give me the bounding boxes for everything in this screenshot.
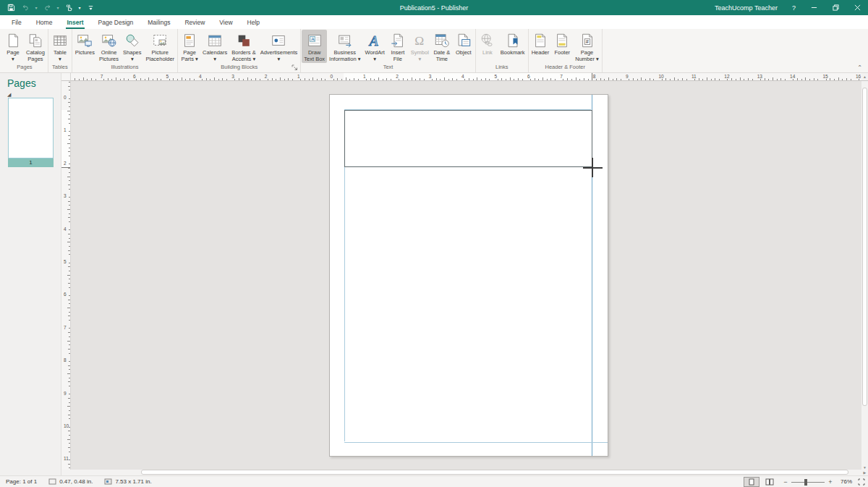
business-information-icon bbox=[336, 32, 354, 49]
table-icon bbox=[51, 32, 69, 49]
help-button[interactable]: ? bbox=[785, 0, 803, 15]
object-position-icon bbox=[48, 478, 56, 485]
advertisements-button[interactable]: Advertisements▾ bbox=[258, 30, 300, 63]
page-icon bbox=[4, 32, 22, 49]
borders-accents-icon bbox=[235, 32, 252, 49]
collapse-ribbon-icon[interactable]: ⌃ bbox=[857, 64, 862, 71]
symbol-icon: Ω bbox=[411, 32, 428, 49]
publication-page[interactable] bbox=[329, 94, 608, 457]
footer-button[interactable]: Footer bbox=[551, 30, 573, 63]
close-button[interactable] bbox=[846, 0, 868, 15]
ribbon: Page▾ CatalogPages Pages Table▾ Tables P… bbox=[0, 29, 868, 73]
object-position-value[interactable]: 0.47, 0.48 in. bbox=[59, 478, 93, 485]
save-button[interactable] bbox=[4, 1, 17, 14]
touch-mode-icon bbox=[65, 4, 73, 12]
tab-home[interactable]: Home bbox=[29, 17, 60, 29]
zoom-level[interactable]: 76% bbox=[836, 478, 855, 485]
restore-button[interactable] bbox=[825, 0, 846, 15]
scroll-up-arrow[interactable]: ▲ bbox=[861, 73, 868, 81]
object-size-value[interactable]: 7.53 x 1.71 in. bbox=[115, 478, 151, 485]
insert-file-button[interactable]: InsertFile bbox=[387, 30, 409, 63]
publication-canvas[interactable] bbox=[71, 81, 861, 470]
picture-placeholder-button[interactable]: PicturePlaceholder bbox=[143, 30, 176, 63]
scroll-right-arrow[interactable]: ▶ bbox=[861, 470, 868, 475]
page-parts-icon bbox=[181, 32, 198, 49]
crosshair-cursor bbox=[583, 167, 603, 169]
header-button[interactable]: Header bbox=[529, 30, 552, 63]
single-page-view-button[interactable] bbox=[744, 477, 760, 487]
bottom-margin-guide bbox=[344, 442, 608, 443]
group-links: Link Bookmark Links bbox=[476, 29, 529, 72]
page-number-icon: # bbox=[579, 32, 596, 49]
date-time-icon bbox=[433, 32, 451, 49]
zoom-slider[interactable] bbox=[791, 477, 825, 487]
minimize-button[interactable] bbox=[803, 0, 825, 15]
ruler-corner bbox=[61, 73, 71, 81]
undo-icon bbox=[22, 4, 30, 12]
page-button[interactable]: Page▾ bbox=[2, 30, 24, 63]
vertical-scrollbar-thumb[interactable] bbox=[862, 88, 867, 406]
vertical-scrollbar[interactable]: ▼ bbox=[861, 81, 868, 470]
catalog-pages-button[interactable]: CatalogPages bbox=[24, 30, 47, 63]
undo-dropdown[interactable]: ▾ bbox=[33, 1, 39, 14]
catalog-pages-icon bbox=[27, 32, 44, 49]
building-blocks-dialog-launcher-icon[interactable] bbox=[292, 64, 299, 72]
online-pictures-icon bbox=[101, 32, 118, 49]
customize-qat-icon bbox=[87, 4, 95, 12]
svg-text:A: A bbox=[368, 33, 378, 48]
calendars-button[interactable]: Calendars▾ bbox=[200, 30, 229, 63]
tab-file[interactable]: File bbox=[4, 17, 29, 29]
pages-panel-collapse-icon[interactable]: ◢ bbox=[7, 92, 11, 98]
touch-mode-dropdown[interactable]: ▾ bbox=[77, 1, 82, 14]
object-button[interactable]: Object bbox=[453, 30, 475, 63]
pictures-button[interactable]: Pictures bbox=[73, 30, 97, 63]
object-icon bbox=[455, 32, 472, 49]
tab-view[interactable]: View bbox=[212, 17, 239, 29]
tab-page-design[interactable]: Page Design bbox=[91, 17, 141, 29]
crosshair-cursor bbox=[592, 158, 593, 177]
fit-page-button[interactable] bbox=[855, 477, 868, 487]
tab-mailings[interactable]: Mailings bbox=[140, 17, 177, 29]
text-box-being-drawn[interactable] bbox=[344, 110, 592, 167]
save-icon bbox=[7, 4, 15, 12]
redo-dropdown[interactable]: ▾ bbox=[55, 1, 61, 14]
title-bar: ▾▾▾ Publication5 - Publisher TeachUcomp … bbox=[0, 0, 868, 15]
horizontal-scrollbar-thumb[interactable] bbox=[141, 470, 848, 475]
svg-text:Ω: Ω bbox=[414, 33, 424, 48]
customize-qat-button[interactable] bbox=[84, 1, 97, 14]
horizontal-ruler[interactable]: 7654321012345678910111213141516 bbox=[71, 73, 861, 81]
date-time-button[interactable]: Date &Time bbox=[431, 30, 453, 63]
draw-text-box-button[interactable]: A DrawText Box bbox=[302, 30, 327, 63]
page-thumbnail[interactable] bbox=[8, 98, 54, 158]
group-text: A DrawText Box BusinessInformation ▾ A W… bbox=[301, 29, 476, 72]
bookmark-button[interactable]: Bookmark bbox=[498, 30, 527, 63]
wordart-button[interactable]: A WordArt▾ bbox=[362, 30, 386, 63]
signed-in-user[interactable]: TeachUcomp Teacher bbox=[707, 0, 785, 15]
zoom-out-button[interactable]: − bbox=[780, 478, 791, 486]
table-button[interactable]: Table▾ bbox=[49, 30, 71, 63]
draw-text-box-icon: A bbox=[306, 32, 323, 49]
zoom-slider-thumb[interactable] bbox=[804, 479, 807, 486]
status-bar: Page: 1 of 1 0.47, 0.48 in. 7.53 x 1.71 … bbox=[0, 475, 868, 487]
shapes-button[interactable]: Shapes▾ bbox=[121, 30, 143, 63]
page-number-button[interactable]: # PageNumber ▾ bbox=[573, 30, 601, 63]
vertical-ruler[interactable]: 01234567891011 bbox=[61, 81, 71, 470]
page-indicator[interactable]: Page: 1 of 1 bbox=[0, 476, 43, 487]
page-parts-button[interactable]: PageParts ▾ bbox=[179, 30, 200, 63]
zoom-in-button[interactable]: + bbox=[825, 478, 836, 486]
borders-accents-button[interactable]: Borders &Accents ▾ bbox=[229, 30, 258, 63]
touch-mode-button[interactable] bbox=[62, 1, 75, 14]
horizontal-scrollbar[interactable]: ▶ bbox=[61, 470, 868, 475]
business-information-button[interactable]: BusinessInformation ▾ bbox=[327, 30, 362, 63]
tab-review[interactable]: Review bbox=[177, 17, 212, 29]
tab-insert[interactable]: Insert bbox=[59, 17, 90, 29]
page-thumbnail-number[interactable]: 1 bbox=[8, 158, 54, 167]
undo-button[interactable] bbox=[19, 1, 32, 14]
two-page-view-button[interactable] bbox=[762, 477, 778, 487]
redo-button[interactable] bbox=[41, 1, 54, 14]
tab-help[interactable]: Help bbox=[240, 17, 267, 29]
online-pictures-button[interactable]: OnlinePictures bbox=[97, 30, 121, 63]
bookmark-icon bbox=[504, 32, 522, 49]
pages-panel: Pages ◢ 1 bbox=[0, 73, 61, 475]
redo-icon bbox=[43, 4, 51, 12]
